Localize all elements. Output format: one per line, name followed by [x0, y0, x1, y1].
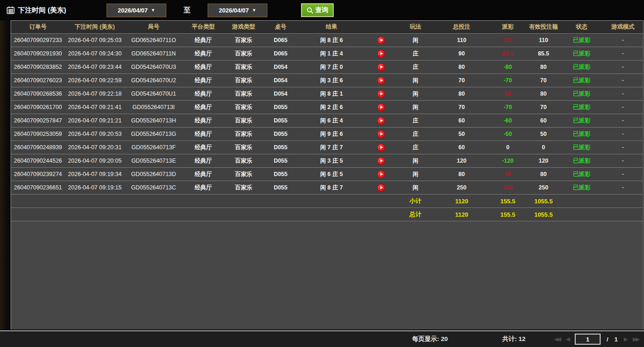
- play-video-icon[interactable]: [377, 170, 385, 178]
- empty-cell: [602, 195, 643, 208]
- game-mode-cell: -: [602, 34, 643, 47]
- game-type-cell: 百家乐: [224, 128, 263, 141]
- payout-cell: 0: [489, 141, 526, 154]
- subtotal-row: 小计 1120 155.5 1055.5: [11, 195, 643, 208]
- table-row[interactable]: 260407090276023 2026-04-07 09:22:59 GD05…: [11, 74, 643, 87]
- play-video-icon[interactable]: [377, 144, 385, 152]
- play-video-icon[interactable]: [377, 103, 385, 111]
- col-game-type: 游戏类型: [224, 21, 263, 34]
- bet-time-cell: 2026-04-07 09:20:53: [65, 128, 125, 141]
- valid-bet-cell: 110: [526, 34, 561, 47]
- table-row[interactable]: 260407090291930 2026-04-07 09:24:30 GD06…: [11, 47, 643, 61]
- play-video-icon[interactable]: [377, 157, 385, 165]
- query-button-label: 查询: [315, 6, 328, 14]
- round-id-cell: GD0552640713C: [125, 181, 182, 195]
- valid-bet-cell: 80: [526, 168, 561, 181]
- page-title: 下注时间 (美东): [18, 6, 66, 15]
- table-row[interactable]: 260407090236651 2026-04-07 09:19:15 GD05…: [11, 181, 643, 195]
- play-video-icon[interactable]: [377, 37, 385, 44]
- date-to-select[interactable]: 2026/04/07 ▼: [208, 4, 267, 17]
- play-video-icon[interactable]: [377, 184, 385, 192]
- game-type-cell: 百家乐: [224, 181, 263, 195]
- col-video: [365, 21, 397, 34]
- bet-time-cell: 2026-04-07 09:21:21: [65, 114, 125, 128]
- play-video-icon[interactable]: [377, 130, 385, 138]
- status-cell: 已派彩: [561, 34, 602, 47]
- subtotal-payout: 155.5: [489, 195, 526, 208]
- status-cell: 已派彩: [561, 101, 602, 114]
- table-row[interactable]: 260407090253059 2026-04-07 09:20:53 GD05…: [11, 128, 643, 141]
- table-no-cell: D055: [263, 141, 298, 154]
- game-type-cell: 百家乐: [224, 47, 263, 61]
- game-mode-cell: -: [602, 101, 643, 114]
- query-button[interactable]: 查询: [301, 3, 334, 17]
- page-number-input[interactable]: [575, 334, 601, 345]
- table-row[interactable]: 260407090297233 2026-04-07 09:25:03 GD06…: [11, 34, 643, 47]
- table-row[interactable]: 260407090283852 2026-04-07 09:23:44 GD05…: [11, 61, 643, 74]
- round-id-cell: GD0652640711N: [125, 47, 182, 61]
- game-type-cell: 百家乐: [224, 168, 263, 181]
- table-no-cell: D054: [263, 61, 298, 74]
- valid-bet-cell: 80: [526, 87, 561, 101]
- total-count-label: 共计: 12: [502, 335, 525, 343]
- col-table-no: 桌号: [263, 21, 298, 34]
- game-mode-cell: -: [602, 141, 643, 154]
- col-platform-type: 平台类型: [182, 21, 224, 34]
- empty-cell: [65, 195, 125, 208]
- table-row[interactable]: 260407090248939 2026-04-07 09:20:31 GD05…: [11, 141, 643, 154]
- grand-total-label: 总计: [397, 208, 433, 221]
- order-id-cell: 260407090261700: [11, 101, 65, 114]
- calendar-icon: [6, 6, 15, 14]
- play-video-icon[interactable]: [377, 117, 385, 125]
- prev-page-icon[interactable]: ◀: [566, 336, 569, 342]
- total-bet-cell: 50: [434, 128, 489, 141]
- next-page-icon[interactable]: ▶: [624, 336, 626, 342]
- platform-type-cell: 经典厅: [182, 87, 224, 101]
- empty-cell: [182, 195, 224, 208]
- table-row[interactable]: 260407090261700 2026-04-07 09:21:41 GD05…: [11, 101, 643, 114]
- pager: ◀◀ ◀ / 1 ▶ ▶▶: [554, 334, 638, 345]
- page-separator: /: [607, 336, 608, 343]
- play-video-icon[interactable]: [377, 90, 385, 98]
- table-row[interactable]: 260407090257847 2026-04-07 09:21:21 GD05…: [11, 114, 643, 128]
- total-bet-cell: 70: [434, 101, 489, 114]
- valid-bet-cell: 50: [526, 128, 561, 141]
- bet-time-cell: 2026-04-07 09:24:30: [65, 47, 125, 61]
- status-cell: 已派彩: [561, 128, 602, 141]
- order-id-cell: 260407090297233: [11, 34, 65, 47]
- table-row[interactable]: 260407090244526 2026-04-07 09:20:05 GD05…: [11, 154, 643, 168]
- payout-cell: 110: [489, 34, 526, 47]
- payout-cell: -80: [489, 61, 526, 74]
- payout-cell: 250: [489, 181, 526, 195]
- platform-type-cell: 经典厅: [182, 168, 224, 181]
- result-cell: 闲 2 庄 6: [298, 101, 365, 114]
- play-video-icon[interactable]: [377, 77, 385, 85]
- platform-type-cell: 经典厅: [182, 141, 224, 154]
- total-bet-cell: 80: [434, 87, 489, 101]
- chevron-down-icon: ▼: [151, 8, 155, 12]
- video-cell: [365, 141, 397, 154]
- game-mode-cell: -: [602, 181, 643, 195]
- play-type-cell: 庄: [397, 61, 433, 74]
- video-cell: [365, 181, 397, 195]
- result-cell: 闲 1 庄 4: [298, 47, 365, 61]
- first-page-icon[interactable]: ◀◀: [554, 336, 560, 342]
- play-type-cell: 闲: [397, 101, 433, 114]
- last-page-icon[interactable]: ▶▶: [633, 336, 638, 342]
- date-from-select[interactable]: 2026/04/07 ▼: [107, 4, 166, 17]
- round-id-cell: GD054264070U3: [125, 61, 182, 74]
- pagination-bar: 每页显示: 20 共计: 12 ◀◀ ◀ / 1 ▶ ▶▶: [0, 330, 644, 347]
- play-video-icon[interactable]: [377, 63, 385, 71]
- table-row[interactable]: 260407090268536 2026-04-07 09:22:18 GD05…: [11, 87, 643, 101]
- empty-cell: [365, 208, 397, 221]
- game-type-cell: 百家乐: [224, 154, 263, 168]
- table-no-cell: D055: [263, 181, 298, 195]
- video-cell: [365, 47, 397, 61]
- video-cell: [365, 61, 397, 74]
- play-video-icon[interactable]: [377, 50, 385, 58]
- table-row[interactable]: 260407090239274 2026-04-07 09:19:34 GD05…: [11, 168, 643, 181]
- subtotal-valid-bet: 1055.5: [526, 195, 561, 208]
- game-type-cell: 百家乐: [224, 141, 263, 154]
- table-no-cell: D055: [263, 128, 298, 141]
- empty-cell: [298, 208, 365, 221]
